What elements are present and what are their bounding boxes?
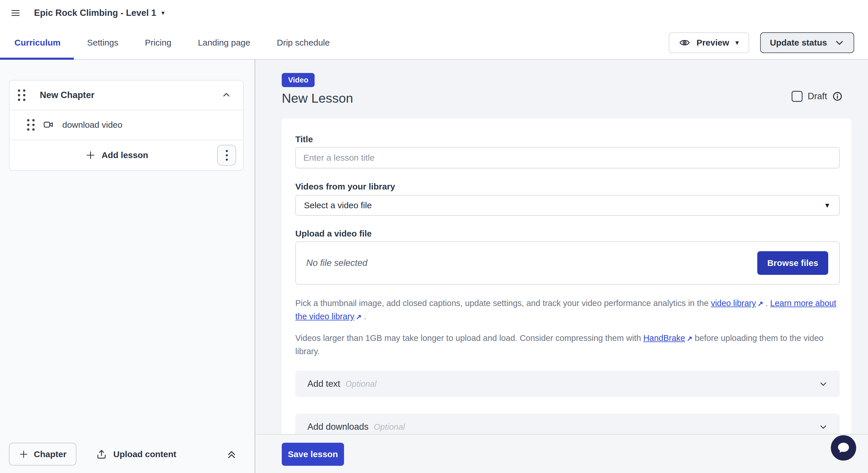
chevron-down-icon[interactable] xyxy=(818,422,828,432)
external-link-icon: ↗ xyxy=(757,297,763,310)
tab-settings[interactable]: Settings xyxy=(74,26,131,59)
page-title: New Lesson xyxy=(282,91,868,106)
add-lesson-label: Add lesson xyxy=(101,150,148,160)
video-camera-icon xyxy=(43,119,54,130)
upload-content-button[interactable]: Upload content xyxy=(94,448,178,460)
help-text: Pick a thumbnail image, add closed capti… xyxy=(295,298,711,308)
add-text-label: Add text xyxy=(307,379,340,389)
chat-bubble-icon xyxy=(837,441,850,455)
drag-handle-icon[interactable] xyxy=(27,119,35,131)
tab-drip-schedule[interactable]: Drip schedule xyxy=(264,26,343,59)
update-status-button[interactable]: Update status xyxy=(760,32,854,53)
curriculum-sidebar: New Chapter download video xyxy=(0,60,255,473)
video-library-link[interactable]: video library↗ xyxy=(711,298,763,308)
course-nav: Curriculum Settings Pricing Landing page… xyxy=(0,26,868,60)
top-bar: Epic Rock Climbing - Level 1 ▾ xyxy=(0,0,868,26)
handbrake-link[interactable]: HandBrake↗ xyxy=(643,334,692,343)
lesson-title-input[interactable] xyxy=(295,147,840,168)
save-footer-bar: Save lesson xyxy=(255,434,868,473)
collapse-all-button[interactable] xyxy=(226,448,237,460)
plus-icon xyxy=(19,449,29,459)
chapter-title: New Chapter xyxy=(40,90,94,100)
help-text: . xyxy=(763,298,770,308)
external-link-icon: ↗ xyxy=(687,332,692,345)
video-file-select[interactable]: Select a video file ▼ xyxy=(295,195,840,216)
optional-hint: Optional xyxy=(345,379,377,389)
chat-widget-button[interactable] xyxy=(831,435,856,461)
course-title: Epic Rock Climbing - Level 1 xyxy=(34,8,156,18)
preview-button[interactable]: Preview ▾ xyxy=(669,32,749,53)
optional-hint: Optional xyxy=(374,422,405,432)
lesson-header: Video New Lesson Draft xyxy=(255,60,868,118)
upload-icon xyxy=(96,449,107,460)
sidebar-bottom-bar: Chapter Upload content xyxy=(0,443,255,466)
save-lesson-button[interactable]: Save lesson xyxy=(282,443,344,466)
external-link-icon: ↗ xyxy=(356,310,362,323)
chevron-down-icon xyxy=(835,38,844,48)
app-screen: Epic Rock Climbing - Level 1 ▾ Curriculu… xyxy=(0,0,868,473)
no-file-text: No file selected xyxy=(306,258,367,268)
tab-list: Curriculum Settings Pricing Landing page… xyxy=(0,26,343,59)
selected-option: Select a video file xyxy=(304,200,372,210)
add-text-section[interactable]: Add text Optional xyxy=(295,371,840,397)
collapse-chapter-button[interactable] xyxy=(221,90,231,100)
draft-label: Draft xyxy=(808,91,827,101)
chapter-footer: Add lesson xyxy=(9,140,243,170)
help-text: Videos larger than 1GB may take longer t… xyxy=(295,334,643,343)
chapter-card: New Chapter download video xyxy=(9,80,244,171)
video-library-label: Videos from your library xyxy=(295,182,840,191)
course-switcher[interactable]: Epic Rock Climbing - Level 1 ▾ xyxy=(34,8,165,18)
tab-pricing[interactable]: Pricing xyxy=(131,26,185,59)
lesson-form-card: Title Videos from your library Select a … xyxy=(282,118,851,473)
nav-actions: Preview ▾ Update status xyxy=(669,26,868,59)
select-caret-icon: ▼ xyxy=(824,201,831,210)
eye-icon xyxy=(679,37,690,48)
add-lesson-button[interactable]: Add lesson xyxy=(17,150,217,161)
lesson-editor: Video New Lesson Draft Title Videos from… xyxy=(255,60,868,473)
chapter-options-button[interactable] xyxy=(217,145,236,165)
preview-label: Preview xyxy=(696,38,729,48)
upload-content-label: Upload content xyxy=(113,449,176,459)
file-upload-box: No file selected Browse files xyxy=(295,242,840,285)
add-chapter-button[interactable]: Chapter xyxy=(9,443,76,466)
caret-down-icon: ▾ xyxy=(161,10,165,16)
lesson-title: download video xyxy=(62,120,123,130)
lesson-row[interactable]: download video xyxy=(9,110,243,140)
caret-down-icon: ▾ xyxy=(736,39,739,46)
chapter-header[interactable]: New Chapter xyxy=(9,81,243,110)
chevron-up-icon xyxy=(221,90,231,100)
plus-icon xyxy=(85,150,96,160)
tab-curriculum[interactable]: Curriculum xyxy=(0,26,74,59)
update-status-label: Update status xyxy=(770,38,827,48)
info-icon[interactable] xyxy=(832,91,843,101)
chevron-down-icon[interactable] xyxy=(818,379,828,389)
draft-checkbox[interactable] xyxy=(792,91,803,102)
draft-control: Draft xyxy=(792,91,843,102)
video-library-help-text: Pick a thumbnail image, add closed capti… xyxy=(295,297,840,323)
browse-files-button[interactable]: Browse files xyxy=(757,251,828,275)
content-area: New Chapter download video xyxy=(0,60,868,473)
help-text: . xyxy=(362,312,366,321)
upload-video-label: Upload a video file xyxy=(295,229,840,239)
add-downloads-label: Add downloads xyxy=(307,422,369,432)
add-chapter-label: Chapter xyxy=(34,449,66,459)
double-chevron-up-icon xyxy=(226,448,237,460)
compression-help-text: Videos larger than 1GB may take longer t… xyxy=(295,332,840,358)
lesson-type-badge: Video xyxy=(282,73,315,87)
kebab-icon xyxy=(226,150,228,161)
hamburger-menu-icon[interactable] xyxy=(9,6,23,20)
tab-landing-page[interactable]: Landing page xyxy=(185,26,264,59)
title-field-label: Title xyxy=(295,134,840,144)
drag-handle-icon[interactable] xyxy=(18,89,25,101)
